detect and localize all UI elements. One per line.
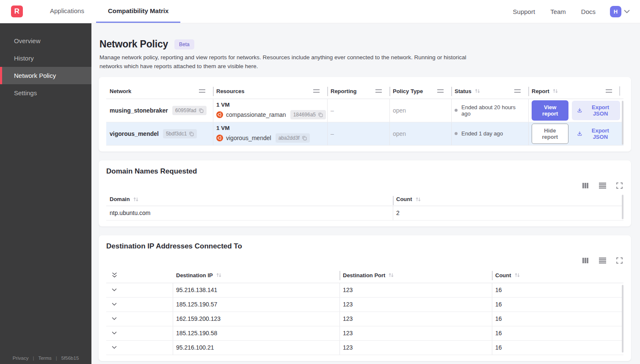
page-description: Manage network policy, reporting and vie… [99,53,472,71]
vm-count: 1 VM [216,125,230,131]
domains-table: Domain Count ntp.ubuntu.com 2 [106,193,623,221]
col-header-network: Network [106,84,213,99]
app-logo[interactable]: R [11,6,23,17]
vm-id-badge[interactable]: 184696a5 [290,110,326,119]
destination-row: 95.216.100.21 123 16 [106,341,623,355]
sort-icon[interactable] [216,273,222,278]
ip-cell: 185.125.190.57 [173,298,339,312]
sidebar-item-overview[interactable]: Overview [0,32,91,50]
count-cell: 16 [492,283,623,297]
expand-cell [106,326,173,340]
domain-row: ntp.ubuntu.com 2 [106,206,623,221]
status-text: Ended 1 day ago [461,130,503,137]
expand-cell [106,312,173,326]
copy-icon[interactable] [199,108,204,113]
sort-icon[interactable] [552,88,558,94]
ubuntu-icon [216,135,223,141]
sidebar-item-settings[interactable]: Settings [0,84,91,102]
fullscreen-icon[interactable] [616,182,623,189]
col-label: Count [396,196,412,202]
sort-icon[interactable] [388,273,394,278]
columns-icon[interactable] [582,182,589,189]
column-resize-handle[interactable] [514,89,521,93]
columns-icon[interactable] [582,257,589,264]
col-header-destination-port[interactable]: Destination Port [339,268,492,283]
table-scrollbar[interactable] [622,101,623,145]
network-id-badge[interactable]: 5bdf3dc1 [163,129,197,138]
hide-report-button[interactable]: Hide report [532,124,568,144]
view-report-button[interactable]: View report [532,100,568,121]
sort-icon[interactable] [133,197,139,202]
sidebar-item-network-policy[interactable]: Network Policy [0,67,91,84]
port-cell: 123 [339,283,492,297]
link-support[interactable]: Support [505,8,543,15]
reporting-cell: – [327,122,389,145]
report-cell: Hide report Export JSON [528,122,623,145]
sidebar-item-history[interactable]: History [0,50,91,67]
terms-link[interactable]: Terms [38,356,51,361]
table-scrollbar[interactable] [622,195,623,219]
col-label: Domain [110,196,130,202]
sort-icon[interactable] [514,273,520,278]
chevron-down-icon[interactable] [112,288,117,292]
table-scrollbar[interactable] [622,285,623,353]
col-header-count[interactable]: Count [393,193,623,206]
sidebar-footer: Privacy | Terms | 5f56b15 [0,356,91,361]
rows-icon[interactable] [599,257,606,264]
chevron-down-icon[interactable] [624,10,630,14]
col-label: Destination Port [343,272,385,279]
link-team[interactable]: Team [543,8,574,15]
column-resize-handle[interactable] [375,89,382,93]
sort-icon[interactable] [415,197,421,202]
link-docs[interactable]: Docs [574,8,603,15]
ip-cell: 185.125.190.58 [173,326,339,340]
status-cell: Ended about 20 hours ago [451,99,528,122]
col-header-domain[interactable]: Domain [106,193,393,206]
main-content: Network Policy Beta Manage network polic… [91,23,640,364]
networks-table-header: Network Resources Reporting Policy Type … [106,84,623,99]
beta-badge: Beta [174,39,194,50]
chevron-down-icon[interactable] [112,346,117,349]
avatar[interactable]: H [610,6,621,17]
port-cell: 123 [339,341,492,355]
export-json-label: Export JSON [586,127,615,140]
fullscreen-icon[interactable] [616,257,623,264]
tab-compatibility-matrix[interactable]: Compatibility Matrix [96,0,180,23]
copy-icon[interactable] [318,112,323,117]
column-resize-handle[interactable] [199,89,205,93]
ip-cell: 95.216.138.141 [173,283,339,297]
tab-applications[interactable]: Applications [38,0,96,23]
expand-all-cell [106,268,173,283]
network-id-badge[interactable]: 60959fad [172,106,207,115]
expand-cell [106,283,173,297]
col-header-report[interactable]: Report [528,84,623,99]
copy-icon[interactable] [189,131,194,136]
domains-card: Domain Names Requested Domain Count [99,160,631,226]
sort-icon[interactable] [474,88,480,94]
domain-cell: ntp.ubuntu.com [106,206,393,220]
export-json-button[interactable]: Export JSON [572,101,620,120]
col-header-count[interactable]: Count [492,268,623,283]
copy-icon[interactable] [302,135,307,141]
chevron-down-icon[interactable] [112,303,117,306]
col-header-policy-type: Policy Type [389,84,451,99]
vm-id-badge[interactable]: aba2dd3f [276,133,310,143]
chevron-down-icon[interactable] [112,331,117,335]
export-json-label: Export JSON [586,104,615,117]
rows-icon[interactable] [599,182,606,189]
col-header-destination-ip[interactable]: Destination IP [173,268,339,283]
chevron-down-icon[interactable] [112,317,117,320]
vm-id: 184696a5 [293,112,316,118]
destinations-title: Destination IP Addresses Connected To [106,242,623,251]
vm-name: compassionate_raman [226,111,286,118]
export-json-button[interactable]: Export JSON [572,124,620,143]
privacy-link[interactable]: Privacy [13,356,29,361]
port-cell: 123 [339,312,492,326]
column-resize-handle[interactable] [313,89,320,93]
col-header-status[interactable]: Status [451,84,528,99]
column-resize-handle[interactable] [606,89,612,93]
resources-cell: 1 VM vigorous_mendel aba2dd3f [213,122,327,145]
double-chevron-down-icon[interactable] [112,272,117,278]
col-label: Status [455,88,472,94]
column-resize-handle[interactable] [437,89,444,93]
